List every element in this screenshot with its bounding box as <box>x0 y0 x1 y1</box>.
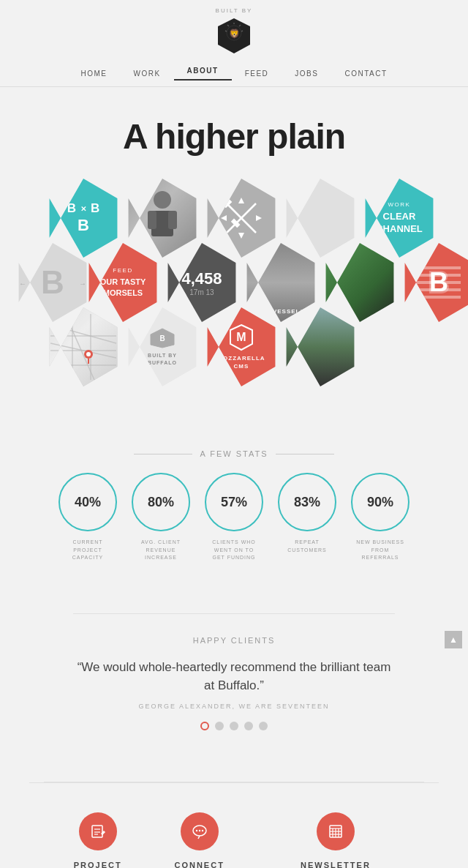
svg-marker-46 <box>101 831 105 835</box>
testimonial-author: GEORGE ALEXANDER, WE ARE SEVENTEEN <box>73 703 395 710</box>
hex-empty-1 <box>281 179 360 258</box>
built-by-label: BUILT BY <box>0 7 468 14</box>
svg-line-6 <box>241 31 243 31</box>
hex-buffalo-label: BUILT BYBUFFALO <box>148 352 177 367</box>
svg-text:B: B <box>159 334 165 343</box>
stat-revenue: 80% AVG. CLIENTREVENUEINCREASE <box>132 473 190 562</box>
footer-col-planner: PROJECT PLANNER Interested in working wi… <box>56 805 140 869</box>
svg-marker-19 <box>256 215 262 221</box>
nav-contact[interactable]: CONTACT <box>331 70 400 78</box>
nav-jobs[interactable]: JOBS <box>282 70 331 78</box>
main-nav: HOME WORK ABOUT FEED JOBS CONTACT <box>0 61 468 86</box>
svg-line-34 <box>65 314 94 380</box>
planner-icon <box>79 812 117 850</box>
hex-clear-channel-label: CLEARCHANNEL <box>376 211 423 236</box>
hex-mozzarella-label: MOZZARELLACMS <box>217 354 265 370</box>
svg-marker-21 <box>238 233 244 239</box>
footer-col-newsletter: NEWSLETTER Enter your email address belo… <box>259 805 412 869</box>
stat-revenue-label: AVG. CLIENTREVENUEINCREASE <box>141 539 181 562</box>
svg-point-49 <box>198 829 200 831</box>
hex-oly-label: OLY VESSELS <box>257 308 305 315</box>
hex-mozzarella[interactable]: M MOZZARELLACMS <box>202 307 281 386</box>
svg-rect-10 <box>148 211 156 229</box>
svg-rect-11 <box>168 211 177 229</box>
stat-repeat: 83% REPEATCUSTOMERS <box>278 473 336 562</box>
stats-line-right <box>276 454 334 454</box>
stats-section: A FEW STATS 40% CURRENTPROJECTCAPACITY 8… <box>0 413 468 599</box>
hex-action-photo[interactable] <box>320 243 399 322</box>
hex-grid: B ✕ B B <box>22 171 446 413</box>
scroll-top-button[interactable]: ▲ <box>445 631 462 648</box>
hex-person-photo[interactable] <box>123 179 202 258</box>
clients-title: HAPPY CLIENTS <box>73 636 395 645</box>
svg-rect-42 <box>92 826 102 837</box>
dot-5[interactable] <box>259 722 268 730</box>
svg-marker-20 <box>221 215 227 221</box>
stat-repeat-pct: 83% <box>294 495 320 510</box>
stats-circles-container: 40% CURRENTPROJECTCAPACITY 80% AVG. CLIE… <box>15 473 453 562</box>
svg-point-48 <box>195 829 197 831</box>
stat-funding: 57% CLIENTS WHOWENT ON TOGET FUNDING <box>205 473 263 562</box>
dot-1[interactable] <box>200 722 209 730</box>
site-header: BUILT BY 🦁 HOME WORK ABOUT FEED JOBS CON <box>0 0 468 87</box>
stat-referrals: 90% NEW BUSINESSFROMREFERRALS <box>351 473 410 562</box>
svg-point-36 <box>86 352 91 356</box>
hex-number-sublabel: 17m 13 <box>189 288 214 296</box>
svg-marker-18 <box>238 198 244 203</box>
testimonial-quote: “We would whole-heartedly recommend the … <box>73 658 395 695</box>
stat-capacity-pct: 40% <box>75 495 101 510</box>
logo-lion-icon[interactable]: 🦁 <box>215 17 253 55</box>
newsletter-icon <box>317 812 355 850</box>
svg-text:M: M <box>236 331 246 343</box>
footer-columns: PROJECT PLANNER Interested in working wi… <box>29 782 439 869</box>
hex-b-gray[interactable]: B ← → <box>13 243 92 322</box>
nav-about[interactable]: ABOUT <box>174 67 232 81</box>
nav-feed[interactable]: FEED <box>232 70 282 78</box>
svg-point-8 <box>154 191 171 209</box>
stats-divider: A FEW STATS <box>15 449 453 458</box>
hero-title: A higher plain <box>15 116 453 157</box>
testimonial-dots <box>73 722 395 730</box>
hex-stats-number[interactable]: 4,458 17m 13 <box>162 243 241 322</box>
newsletter-title: NEWSLETTER <box>273 861 398 869</box>
svg-line-32 <box>50 325 116 343</box>
hex-feed-morsels[interactable]: FEED OUR TASTYMORSELS <box>83 243 162 322</box>
stat-funding-ring: 57% <box>205 473 263 531</box>
dot-2[interactable] <box>215 722 224 730</box>
stat-repeat-label: REPEATCUSTOMERS <box>287 539 327 554</box>
nav-work[interactable]: WORK <box>120 70 173 78</box>
hex-b-letter: B <box>41 264 64 301</box>
planner-title: PROJECT PLANNER <box>70 861 125 869</box>
svg-line-7 <box>225 31 227 31</box>
stat-repeat-ring: 83% <box>278 473 336 531</box>
hex-built-by-buffalo[interactable]: B BUILT BYBUFFALO <box>123 307 202 386</box>
dot-3[interactable] <box>230 722 238 730</box>
hex-work-clear-channel[interactable]: WORK CLEARCHANNEL <box>360 179 439 258</box>
hex-striped-b[interactable]: B B <box>399 243 468 322</box>
stat-referrals-ring: 90% <box>351 473 410 531</box>
hex-morsels-label: OUR TASTYMORSELS <box>100 277 146 298</box>
stat-referrals-label: NEW BUSINESSFROMREFERRALS <box>356 539 404 562</box>
hex-arrows[interactable] <box>202 179 281 258</box>
hex-work-label: WORK <box>388 201 411 208</box>
stat-capacity: 40% CURRENTPROJECTCAPACITY <box>58 473 117 562</box>
stats-title: A FEW STATS <box>200 449 268 458</box>
nav-home[interactable]: HOME <box>67 70 120 78</box>
stat-capacity-label: CURRENTPROJECTCAPACITY <box>72 539 104 562</box>
connect-icon <box>181 812 219 850</box>
stat-revenue-ring: 80% <box>132 473 190 531</box>
connect-title: CONNECT <box>154 861 244 869</box>
dot-4[interactable] <box>244 722 253 730</box>
stat-referrals-pct: 90% <box>367 495 393 510</box>
svg-text:🦁: 🦁 <box>229 28 240 39</box>
hex-action-photo-2[interactable] <box>281 307 360 386</box>
hex-oly-vessels[interactable]: OLY VESSELS <box>241 243 320 322</box>
stat-capacity-ring: 40% <box>58 473 117 531</box>
hex-feed-label: FEED <box>113 267 132 274</box>
hex-number-value: 4,458 <box>181 269 222 288</box>
hero-section: A higher plain <box>0 87 468 171</box>
stat-funding-pct: 57% <box>221 495 247 510</box>
stat-revenue-pct: 80% <box>148 495 174 510</box>
footer-col-connect: CONNECT +44 (0) 1273 434 060 hello@built… <box>140 805 259 869</box>
clients-section: HAPPY CLIENTS “We would whole-heartedly … <box>0 599 468 774</box>
